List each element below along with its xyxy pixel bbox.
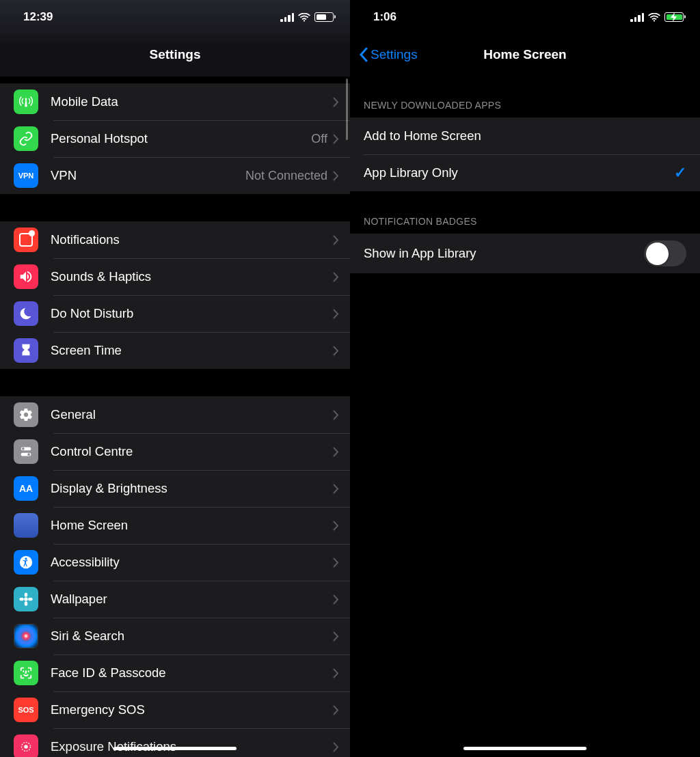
settings-screen: 12:39 Settings Mobile Data — [0, 0, 350, 757]
toggle-label: Show in App Library — [364, 246, 644, 261]
flower-icon — [14, 587, 38, 611]
row-label: Emergency SOS — [51, 702, 333, 717]
accessibility-icon — [14, 550, 38, 575]
settings-row-dnd[interactable]: Do Not Disturb — [0, 295, 350, 332]
settings-row-vpn[interactable]: VPN VPN Not Connected — [0, 157, 350, 194]
wifi-icon — [648, 13, 660, 22]
row-detail-value: Off — [311, 132, 327, 146]
cellular-signal-icon — [280, 13, 294, 22]
settings-row-accessibility[interactable]: Accessibility — [0, 544, 350, 581]
text-size-icon: AA — [14, 476, 38, 501]
settings-row-notifications[interactable]: Notifications — [0, 221, 350, 258]
status-time: 12:39 — [23, 10, 280, 24]
option-app-library-only[interactable]: App Library Only ✓ — [350, 154, 700, 191]
back-button[interactable]: Settings — [358, 47, 418, 62]
scroll-indicator[interactable] — [346, 79, 348, 140]
status-time: 1:06 — [373, 10, 630, 24]
hourglass-icon — [14, 338, 38, 363]
settings-row-siri[interactable]: Siri & Search — [0, 618, 350, 655]
chevron-right-icon — [333, 558, 339, 568]
back-label: Settings — [371, 47, 418, 62]
settings-row-sounds[interactable]: Sounds & Haptics — [0, 258, 350, 295]
svg-point-3 — [27, 453, 30, 456]
settings-row-mobile-data[interactable]: Mobile Data — [0, 83, 350, 120]
chevron-right-icon — [333, 631, 339, 642]
chevron-right-icon — [333, 668, 339, 678]
svg-point-7 — [25, 592, 28, 596]
option-label: Add to Home Screen — [364, 128, 686, 143]
chevron-right-icon — [333, 705, 339, 715]
row-label: Control Centre — [51, 444, 333, 459]
option-add-to-home-screen[interactable]: Add to Home Screen — [350, 118, 700, 154]
settings-row-wallpaper[interactable]: Wallpaper — [0, 581, 350, 618]
chevron-right-icon — [333, 97, 339, 107]
moon-icon — [14, 301, 38, 326]
svg-point-11 — [24, 745, 28, 749]
row-label: Mobile Data — [51, 94, 333, 109]
wifi-icon — [298, 13, 310, 22]
home-indicator[interactable] — [113, 747, 237, 750]
settings-row-display[interactable]: AA Display & Brightness — [0, 470, 350, 507]
checkmark-icon: ✓ — [674, 164, 686, 182]
option-label: App Library Only — [364, 165, 674, 180]
settings-row-home-screen[interactable]: Home Screen — [0, 507, 350, 544]
row-label: Siri & Search — [51, 629, 333, 644]
nav-bar: Settings Home Screen — [350, 34, 700, 75]
toggle-row-show-in-app-library[interactable]: Show in App Library — [350, 234, 700, 273]
chevron-right-icon — [333, 272, 339, 282]
svg-point-10 — [28, 598, 32, 601]
switches-icon — [14, 439, 38, 464]
settings-row-general[interactable]: General — [0, 396, 350, 433]
svg-point-9 — [19, 598, 23, 601]
row-label: Sounds & Haptics — [51, 269, 333, 284]
chevron-right-icon — [333, 410, 339, 420]
content-area: NEWLY DOWNLOADED APPS Add to Home Screen… — [350, 75, 700, 273]
exposure-icon — [14, 734, 38, 757]
settings-row-sos[interactable]: SOS Emergency SOS — [0, 691, 350, 728]
row-detail-value: Not Connected — [245, 169, 327, 183]
row-label: Wallpaper — [51, 592, 333, 607]
battery-charging-icon — [664, 12, 684, 22]
settings-row-personal-hotspot[interactable]: Personal Hotspot Off — [0, 120, 350, 157]
page-title: Home Screen — [483, 47, 566, 62]
section-header-newly-downloaded: NEWLY DOWNLOADED APPS — [350, 75, 700, 118]
row-label: Personal Hotspot — [51, 131, 311, 146]
speaker-icon — [14, 264, 38, 289]
chevron-right-icon — [333, 447, 339, 457]
toggle-switch[interactable] — [644, 240, 686, 266]
link-icon — [14, 126, 38, 151]
settings-row-exposure[interactable]: Exposure Notifications — [0, 728, 350, 757]
row-label: Face ID & Passcode — [51, 665, 333, 680]
settings-row-faceid[interactable]: Face ID & Passcode — [0, 655, 350, 691]
row-label: General — [51, 407, 333, 422]
chevron-right-icon — [333, 521, 339, 531]
row-label: Notifications — [51, 232, 333, 247]
antenna-icon — [14, 90, 38, 114]
svg-point-1 — [22, 448, 25, 450]
cellular-signal-icon — [630, 13, 644, 22]
chevron-right-icon — [333, 594, 339, 605]
section-header-notification-badges: NOTIFICATION BADGES — [350, 191, 700, 234]
status-bar: 12:39 — [0, 0, 350, 34]
chevron-right-icon — [333, 134, 339, 144]
row-label: Accessibility — [51, 555, 333, 570]
faceid-icon — [14, 661, 38, 685]
settings-list[interactable]: Mobile Data Personal Hotspot Off VPN VPN… — [0, 77, 350, 757]
row-label: Screen Time — [51, 343, 333, 358]
page-title: Settings — [150, 47, 201, 62]
apps-grid-icon — [14, 513, 38, 538]
gear-icon — [14, 402, 38, 427]
svg-point-8 — [25, 601, 28, 605]
svg-point-6 — [24, 597, 28, 601]
row-label: VPN — [51, 168, 245, 183]
row-label: Home Screen — [51, 518, 333, 533]
home-indicator[interactable] — [463, 747, 587, 750]
settings-row-screen-time[interactable]: Screen Time — [0, 332, 350, 369]
chevron-right-icon — [333, 742, 339, 752]
chevron-right-icon — [333, 171, 339, 181]
settings-row-control-centre[interactable]: Control Centre — [0, 433, 350, 470]
battery-icon — [314, 12, 334, 22]
siri-icon — [14, 624, 38, 648]
row-label: Do Not Disturb — [51, 306, 333, 321]
status-indicators — [280, 12, 334, 22]
